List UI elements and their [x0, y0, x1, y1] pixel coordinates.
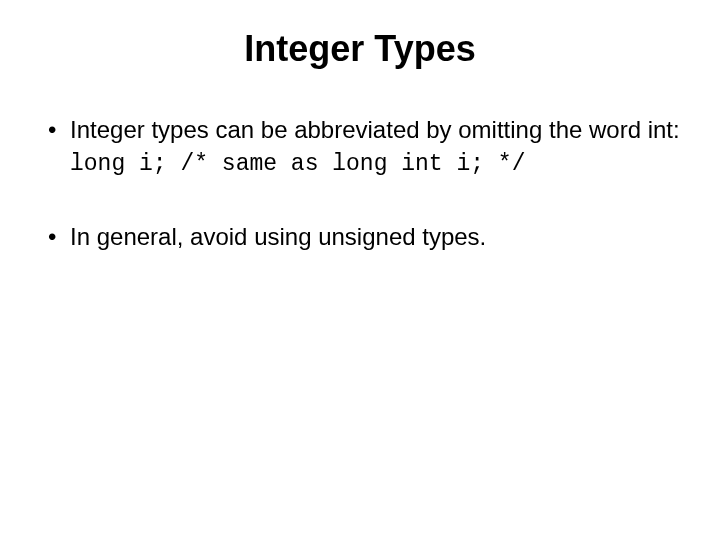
bullet-list-2: In general, avoid using unsigned types.: [30, 221, 690, 252]
bullet-list: Integer types can be abbreviated by omit…: [30, 114, 690, 145]
code-example: long i; /* same as long int i; */: [30, 151, 690, 177]
bullet-item-1: Integer types can be abbreviated by omit…: [48, 114, 690, 145]
bullet-item-2: In general, avoid using unsigned types.: [48, 221, 690, 252]
slide-title: Integer Types: [30, 28, 690, 70]
